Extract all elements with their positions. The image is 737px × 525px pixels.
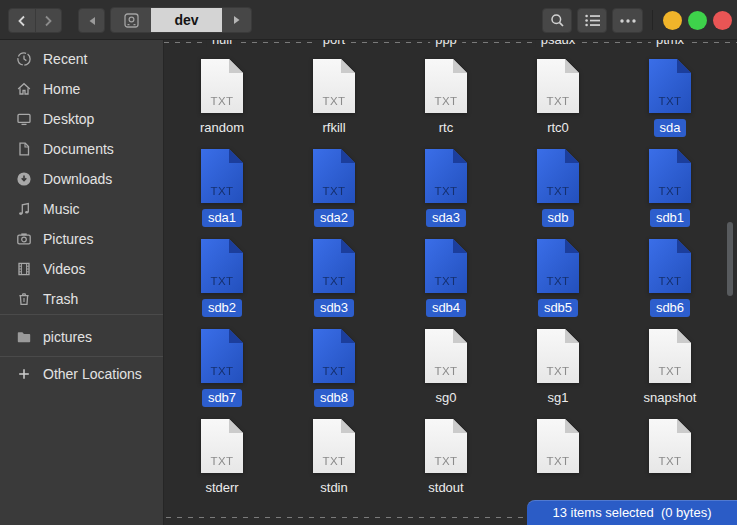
file-item-sdb1[interactable]: TXT sdb1 (614, 148, 726, 234)
file-item-stdout[interactable]: TXT stdout (390, 418, 502, 504)
clipped-top-row: nullportppppsauxptmx (164, 40, 737, 49)
sidebar-item-recent[interactable]: Recent (0, 44, 163, 74)
partial-file-label[interactable]: port (318, 40, 350, 47)
maximize-button[interactable] (688, 11, 707, 30)
triangle-right-icon (233, 15, 241, 25)
text-file-icon: TXT (200, 238, 244, 294)
file-manager-window: dev RecentHomeDesktopDocum (0, 0, 737, 525)
text-file-icon: TXT (312, 58, 356, 114)
file-item-rtc[interactable]: TXT rtc (390, 58, 502, 144)
path-scroll-left-button[interactable] (78, 8, 105, 33)
file-label: rtc0 (541, 119, 575, 137)
minimize-button[interactable] (663, 11, 682, 30)
history-nav-group (8, 8, 62, 33)
sidebar-item-label: Pictures (43, 231, 94, 247)
file-item-rtc0[interactable]: TXT rtc0 (502, 58, 614, 144)
sidebar-item-desktop[interactable]: Desktop (0, 104, 163, 134)
file-item-sdb7[interactable]: TXT sdb7 (166, 328, 278, 414)
file-item-sda1[interactable]: TXT sda1 (166, 148, 278, 234)
partial-file-label[interactable]: null (207, 40, 237, 47)
text-file-icon: TXT (424, 58, 468, 114)
partial-file-label[interactable]: ppp (430, 40, 462, 47)
file-item-sdb6[interactable]: TXT sdb6 (614, 238, 726, 324)
vertical-scrollbar[interactable] (727, 222, 733, 296)
file-label: sdb6 (650, 299, 690, 317)
header-separator (652, 10, 653, 30)
file-item-sda2[interactable]: TXT sda2 (278, 148, 390, 234)
file-label: stdin (314, 479, 353, 497)
sidebar-item-trash[interactable]: Trash (0, 284, 163, 314)
view-list-button[interactable] (577, 8, 607, 33)
text-file-icon: TXT (536, 238, 580, 294)
file-item-random[interactable]: TXT random (166, 58, 278, 144)
file-item-sda3[interactable]: TXT sda3 (390, 148, 502, 234)
file-label: sda (654, 119, 687, 137)
path-segment-current[interactable]: dev (151, 8, 222, 32)
back-button[interactable] (9, 9, 35, 32)
file-item-sdb5[interactable]: TXT sdb5 (502, 238, 614, 324)
file-label: sda1 (202, 209, 242, 227)
partial-file-label[interactable]: ptmx (651, 40, 689, 47)
file-item-sdb2[interactable]: TXT sdb2 (166, 238, 278, 324)
text-file-icon: TXT (536, 148, 580, 204)
sidebar-item-videos[interactable]: Videos (0, 254, 163, 284)
clock-icon (15, 51, 32, 68)
text-file-icon: TXT (312, 328, 356, 384)
file-item-sda[interactable]: TXT sda (614, 58, 726, 144)
file-item-hidden[interactable]: TXT (614, 418, 726, 504)
svg-text:TXT: TXT (546, 455, 569, 467)
file-label: sdb5 (538, 299, 578, 317)
sidebar-item-label: Desktop (43, 111, 94, 127)
chevron-left-icon (17, 15, 27, 27)
text-file-icon: TXT (424, 418, 468, 474)
file-item-sdb8[interactable]: TXT sdb8 (278, 328, 390, 414)
file-item-stderr[interactable]: TXT stderr (166, 418, 278, 504)
sidebar-item-label: Recent (43, 51, 87, 67)
svg-text:TXT: TXT (658, 275, 681, 287)
svg-text:TXT: TXT (434, 365, 457, 377)
file-label: sdb (542, 209, 575, 227)
file-item-sdb4[interactable]: TXT sdb4 (390, 238, 502, 324)
svg-text:TXT: TXT (322, 365, 345, 377)
sidebar-item-home[interactable]: Home (0, 74, 163, 104)
desktop-icon (15, 111, 32, 128)
menu-button[interactable] (612, 8, 643, 33)
sidebar-item-label: Documents (43, 141, 114, 157)
sidebar-item-pictures[interactable]: Pictures (0, 224, 163, 254)
text-file-icon: TXT (648, 58, 692, 114)
sidebar-item-documents[interactable]: Documents (0, 134, 163, 164)
drive-root-button[interactable] (111, 8, 151, 32)
svg-text:TXT: TXT (322, 95, 345, 107)
triangle-left-icon (88, 16, 96, 26)
close-button[interactable] (713, 11, 732, 30)
plus-icon (15, 366, 32, 383)
sidebar-item-label: Home (43, 81, 80, 97)
file-item-hidden[interactable]: TXT (502, 418, 614, 504)
forward-button[interactable] (35, 9, 62, 32)
files-grid-area: nullportppppsauxptmx 13 items selected (… (164, 40, 737, 525)
file-label: stderr (199, 479, 244, 497)
file-item-stdin[interactable]: TXT stdin (278, 418, 390, 504)
sidebar-item-label: Videos (43, 261, 86, 277)
file-label: sda3 (426, 209, 466, 227)
sidebar-item-label: Trash (43, 291, 78, 307)
sidebar-item-downloads[interactable]: Downloads (0, 164, 163, 194)
file-item-snapshot[interactable]: TXT snapshot (614, 328, 726, 414)
text-file-icon: TXT (200, 328, 244, 384)
file-item-sdb[interactable]: TXT sdb (502, 148, 614, 234)
svg-text:TXT: TXT (546, 95, 569, 107)
file-item-sg0[interactable]: TXT sg0 (390, 328, 502, 414)
partial-file-label[interactable]: psaux (536, 40, 581, 47)
search-button[interactable] (542, 8, 572, 33)
file-item-rfkill[interactable]: TXT rfkill (278, 58, 390, 144)
sidebar-item-bookmark-pictures[interactable]: pictures (0, 322, 163, 352)
svg-text:TXT: TXT (658, 365, 681, 377)
sidebar-item-other-locations[interactable]: Other Locations (0, 359, 163, 389)
file-item-sg1[interactable]: TXT sg1 (502, 328, 614, 414)
sidebar-item-music[interactable]: Music (0, 194, 163, 224)
file-item-sdb3[interactable]: TXT sdb3 (278, 238, 390, 324)
sidebar: RecentHomeDesktopDocumentsDownloadsMusic… (0, 40, 164, 525)
path-bar: dev (110, 7, 252, 33)
path-scroll-right-button[interactable] (222, 8, 251, 32)
sidebar-separator (0, 314, 163, 315)
